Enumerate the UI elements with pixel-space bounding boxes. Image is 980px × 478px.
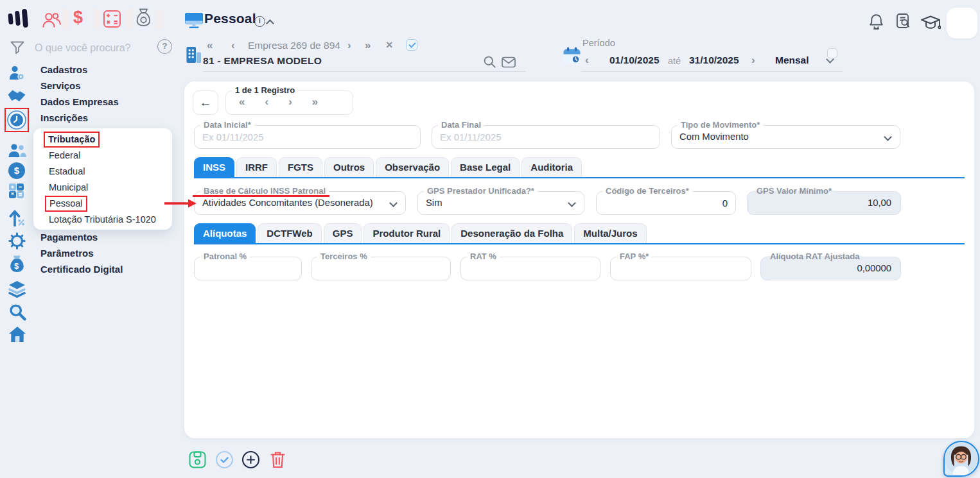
gear-icon[interactable] [8, 232, 26, 252]
handshake-icon[interactable] [7, 89, 27, 106]
moneybag-icon[interactable] [135, 8, 152, 30]
confirm-button[interactable] [215, 450, 234, 472]
submenu-item-municipal[interactable]: Municipal [33, 180, 172, 196]
filter-icon[interactable] [10, 40, 25, 57]
sidebar-search-input[interactable] [35, 40, 150, 56]
fap-field[interactable]: FAP %* [610, 257, 751, 280]
dollar-circle-icon[interactable]: $ [8, 162, 25, 179]
subtab-aliquotas[interactable]: Alíquotas [194, 223, 256, 243]
people-icon[interactable] [8, 142, 26, 160]
tributacao-submenu: Tributação Federal Estadual Municipal Pe… [33, 128, 172, 230]
period-next-button[interactable]: › [751, 54, 755, 67]
info-glyph: i [259, 17, 261, 24]
audit-log-icon[interactable] [895, 13, 911, 33]
employees-icon[interactable] [41, 11, 62, 31]
back-arrow-glyph: ← [200, 96, 212, 109]
sidebar-item-pagamentos[interactable]: Pagamentos [40, 229, 123, 245]
period-checkbox[interactable] [827, 48, 837, 58]
record-count-label: 1 de 1 Registro [232, 85, 298, 95]
patronal-field[interactable]: Patronal % [194, 257, 302, 280]
period-prev-button[interactable]: ‹ [585, 54, 589, 67]
user-avatar-placeholder[interactable] [947, 8, 977, 38]
record-last-button[interactable]: » [312, 96, 318, 108]
tab-irrf[interactable]: IRRF [236, 157, 277, 177]
notifications-icon[interactable] [868, 13, 884, 33]
period-start-date[interactable]: 01/10/2025 [609, 55, 660, 66]
company-close-button[interactable]: × [386, 38, 393, 52]
period-until-label: até [668, 56, 681, 66]
subtab-desoneracao[interactable]: Desoneração da Folha [451, 223, 572, 243]
money-icon[interactable]: $ [73, 8, 83, 28]
delete-button[interactable] [270, 450, 286, 472]
search-blue-icon[interactable] [8, 303, 26, 323]
codigo-terceiros-field[interactable]: Código de Terceiros* [596, 191, 736, 215]
info-icon[interactable]: i [254, 16, 265, 27]
company-next-button[interactable]: › [347, 39, 351, 52]
tipo-movimento-label: Tipo de Movimento* [678, 120, 763, 130]
tab-inss[interactable]: INSS [194, 157, 234, 177]
sidebar-item-certificado-digital[interactable]: Certificado Digital [40, 261, 123, 277]
annotation-box-pessoal: Pessoal [45, 196, 87, 212]
record-next-button[interactable]: › [288, 96, 292, 108]
rat-field[interactable]: RAT % [460, 257, 600, 280]
sidebar-item-servicos[interactable]: Serviços [40, 78, 119, 94]
learning-icon[interactable] [920, 15, 941, 33]
subtab-gps[interactable]: GPS [324, 223, 362, 243]
company-divider [203, 71, 525, 72]
help-icon[interactable]: ? [157, 39, 172, 54]
codigo-terceiros-label: Código de Terceiros* [602, 186, 692, 196]
company-first-button[interactable]: « [207, 39, 213, 52]
tab-auditoria[interactable]: Auditoria [521, 157, 582, 177]
sidebar-item-cadastros[interactable]: Cadastros [40, 62, 119, 78]
submenu-item-pessoal[interactable]: Pessoal [33, 196, 172, 212]
company-search-icon[interactable] [483, 55, 496, 71]
support-chat-avatar[interactable] [943, 441, 979, 477]
tab-base-legal[interactable]: Base Legal [451, 157, 520, 177]
calculator-icon[interactable] [103, 10, 121, 31]
period-divider [581, 71, 843, 72]
clock-icon[interactable] [6, 110, 27, 133]
submenu-item-federal[interactable]: Federal [33, 148, 172, 164]
record-navigator: 1 de 1 Registro « ‹ › » [225, 90, 353, 115]
arrow-percent-icon[interactable] [9, 209, 25, 229]
company-last-button[interactable]: » [365, 39, 371, 52]
sidebar-item-parametros[interactable]: Parâmetros [40, 245, 123, 261]
submenu-pessoal-label: Pessoal [49, 198, 83, 209]
sidebar-item-inscricoes[interactable]: Inscrições [40, 110, 119, 126]
subtab-multa-juros[interactable]: Multa/Juros [574, 223, 646, 243]
period-end-date[interactable]: 31/10/2025 [689, 55, 739, 66]
add-button[interactable] [241, 450, 260, 472]
company-prev-button[interactable]: ‹ [231, 39, 235, 52]
company-name[interactable]: 81 - EMPRESA MODELO [203, 55, 322, 67]
record-first-button[interactable]: « [239, 96, 245, 108]
record-prev-button[interactable]: ‹ [265, 96, 268, 108]
data-inicial-field[interactable]: Data Inicial* [194, 125, 421, 149]
gps-prestador-select[interactable]: GPS Prestador Unificada?* Sim [417, 191, 584, 215]
envelope-icon[interactable] [502, 56, 516, 71]
back-button[interactable]: ← [193, 90, 218, 115]
calculator-blue-icon[interactable] [8, 183, 24, 201]
terceiros-field[interactable]: Terceiros % [311, 257, 451, 280]
building-icon [185, 46, 202, 67]
sidebar-item-dados-empresas[interactable]: Dados Empresas [40, 94, 119, 110]
data-final-field[interactable]: Data Final [432, 125, 660, 149]
sidebar-menu-lower: Pagamentos Parâmetros Certificado Digita… [40, 229, 123, 277]
collapse-header-icon[interactable] [266, 19, 274, 28]
subtab-dctfweb[interactable]: DCTFWeb [258, 223, 321, 243]
home-icon[interactable] [8, 326, 26, 345]
submenu-item-estadual[interactable]: Estadual [33, 164, 172, 180]
company-checkbox[interactable] [406, 39, 417, 51]
submenu-item-lotacao[interactable]: Lotação Tributária S-1020 [33, 212, 172, 228]
subtab-produtor-rural[interactable]: Produtor Rural [363, 223, 450, 243]
moneybag-blue-icon[interactable]: $ [8, 255, 26, 276]
tab-outros[interactable]: Outros [324, 157, 374, 177]
person-gear-icon[interactable] [8, 65, 26, 84]
submenu-title-tributacao[interactable]: Tributação [33, 132, 172, 148]
dollar-glyph: $ [14, 261, 19, 271]
tab-fgts[interactable]: FGTS [279, 157, 322, 177]
tipo-movimento-select[interactable]: Tipo de Movimento* Com Movimento [671, 125, 900, 149]
tab-observacao[interactable]: Observação [376, 157, 449, 177]
period-mode-select[interactable]: Mensal [775, 55, 809, 66]
save-button[interactable] [188, 450, 207, 472]
layers-icon[interactable] [8, 280, 26, 300]
